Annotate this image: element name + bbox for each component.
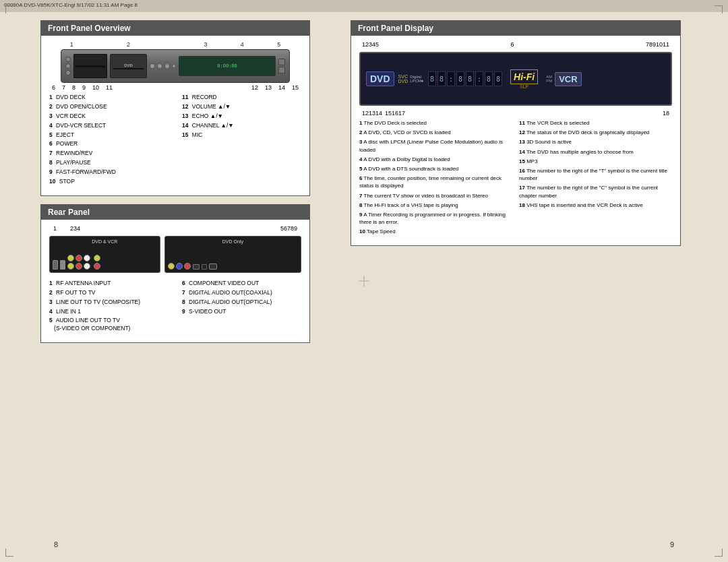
d-num-12: 12 (362, 110, 369, 117)
d-num-spacer (379, 41, 510, 48)
rear-num-spacer (80, 225, 280, 232)
callout-3: 3 (204, 41, 207, 48)
vcr-label: VCR (555, 72, 581, 86)
list-item-5: 5 EJECT (49, 131, 169, 139)
list-item-2: 2 DVD OPEN/CLOSE (49, 103, 169, 111)
desc-8: 8 The Hi-Fi track of a VHS tape is playi… (359, 201, 512, 209)
callout-7: 7 (62, 84, 65, 91)
corner-mark-bl (5, 549, 13, 557)
lpcm-text: LPCM♦ (410, 79, 423, 83)
port-video-out (67, 255, 74, 261)
corner-mark-br (715, 549, 723, 557)
list-item-15: 15 MIC (182, 131, 301, 139)
list-item-8: 8 PLAY/PAUSE (49, 159, 169, 167)
desc-12: 12 The status of the DVD deck is graphic… (519, 129, 672, 136)
rear-panel-title: Rear Panel (41, 205, 309, 220)
rear-callout-top: 1 2 3 4 5 6 7 8 9 (47, 225, 304, 232)
callout-1: 1 (70, 41, 73, 48)
port-comp-pr (184, 263, 191, 270)
list-item-12: 12 VOLUME ▲/▼ (182, 103, 301, 111)
left-column: Front Panel Overview 1 2 3 4 5 (40, 20, 310, 351)
callout-bottom-row: 6 7 8 9 10 11 12 13 14 15 (47, 84, 304, 91)
digit-2: 8 (437, 71, 446, 86)
component-group (168, 263, 191, 270)
d-num-10: 10 (656, 41, 663, 48)
rear-panel-section: Rear Panel 1 2 3 4 5 6 7 8 9 (40, 204, 310, 343)
items-col1: 1 DVD DECK 2 DVD OPEN/CLOSE 3 VCR DECK 4… (49, 94, 169, 187)
list-item-7: 7 REWIND/REV (49, 150, 169, 158)
port-line-in-r (75, 263, 82, 270)
d-num-13: 13 (369, 110, 375, 117)
desc-9: 9 A Timer Recording is programmed or in … (359, 211, 512, 226)
port-svideo (209, 263, 217, 270)
desc-10: 10 Tape Speed (359, 228, 512, 235)
dvd-label: DVD (366, 71, 397, 86)
crosshair-v (364, 276, 365, 286)
desc-18: 18 VHS tape is inserted and the VCR Deck… (519, 201, 672, 209)
digit-4: 8 (456, 71, 464, 86)
rear-item-4: 4 LINE IN 1 (49, 308, 169, 316)
svc-area: SVC DVD (398, 74, 408, 84)
rear-item-7: 7 DIGITAL AUDIO OUT(COAXIAL) (182, 289, 301, 297)
desc-col1: 1 The DVD Deck is selected 2 A DVD, CD, … (359, 119, 512, 237)
front-panel-display-title: Front Panel Display (351, 21, 680, 36)
vcr-slot (73, 54, 107, 78)
vcr-connectors (65, 57, 71, 75)
front-panel-overview-section: Front Panel Overview 1 2 3 4 5 (40, 20, 310, 196)
items-col2: 11 RECORD 12 VOLUME ▲/▼ 13 ECHO ▲/▼ 14 C… (182, 94, 301, 187)
rear-col2: 6 COMPONENT VIDEO OUT 7 DIGITAL AUDIO OU… (182, 280, 301, 334)
d-num-18: 18 (663, 110, 669, 117)
digit-5: 8 (466, 71, 474, 86)
callout-bottom-left: 6 7 8 9 10 11 (52, 84, 113, 91)
front-panel-overview-title: Front Panel Overview (41, 21, 309, 36)
device-illustration: DVD 0:00:00 (47, 49, 304, 83)
port-rf-in (53, 260, 58, 270)
display-panel: DVD SVC DVD Digital LPCM♦ 8 8 (359, 52, 672, 106)
callout-bottom-right: 12 13 14 15 (251, 84, 299, 91)
d-num-11: 11 (663, 41, 669, 48)
pm-indicator: PM (546, 79, 552, 83)
d-num-16: 16 (392, 110, 398, 117)
svc-text: SVC (398, 74, 408, 79)
callout-5: 5 (277, 41, 280, 48)
indicators-area: AM PM (546, 75, 552, 83)
page-number-left: 8 (54, 540, 58, 549)
callout-8: 8 (72, 84, 75, 91)
front-panel-overview-content: 1 2 3 4 5 (41, 36, 309, 195)
corner-mark-tr (715, 5, 723, 13)
rear-diagram: DVD & VCR (49, 236, 301, 273)
list-item-14: 14 CHANNEL ▲/▼ (182, 122, 301, 130)
header-bar: 00090A DVD-V85K/XTC-Engl 9/17/02 11:31 A… (0, 0, 728, 12)
front-panel-items: 1 DVD DECK 2 DVD OPEN/CLOSE 3 VCR DECK 4… (47, 91, 304, 190)
desc-columns: 1 The DVD Deck is selected 2 A DVD, CD, … (357, 117, 675, 240)
port-comp-y (168, 263, 175, 270)
dvd-vcr-label: DVD & VCR (53, 239, 157, 244)
digit-7: 8 (485, 71, 493, 86)
desc-14: 14 The DVD has multiple angles to choose… (519, 148, 672, 156)
desc-17: 17 The number to the right of the "C" sy… (519, 184, 672, 199)
d-num-14: 14 (375, 110, 382, 117)
display-callout-bottom: 12 13 14 15 16 17 18 (357, 110, 675, 117)
desc-col2: 11 The VCR Deck is selected 12 The statu… (519, 119, 672, 237)
list-item-4: 4 DVD-VCR SELECT (49, 122, 169, 130)
dvd-vcr-ports (53, 246, 157, 270)
page-number-right: 9 (670, 540, 674, 549)
callout-12: 12 (251, 84, 258, 91)
dvd-only-label: DVD Only (168, 239, 298, 244)
port-digital-optical (202, 264, 207, 270)
dvd-vcr-unit: DVD & VCR (49, 236, 160, 273)
digital-area: Digital LPCM♦ (410, 75, 423, 83)
port-audio-r (75, 255, 82, 261)
desc-4: 4 A DVD with a Dolby Digital is loaded (359, 156, 512, 163)
desc-7: 7 The current TV show or video is broadc… (359, 192, 512, 199)
rear-item-8: 8 DIGITAL AUDIO OUT(OPTICAL) (182, 299, 301, 307)
page-numbers: 8 9 (0, 540, 728, 549)
desc-11: 11 The VCR Deck is selected (519, 119, 672, 127)
port-comp-pb (176, 263, 183, 270)
callout-top-row: 1 2 3 4 5 (47, 41, 304, 48)
port-line-in-l (84, 263, 90, 270)
rca-group (67, 255, 90, 270)
list-item-6: 6 POWER (49, 140, 169, 148)
d-num-spacer3 (405, 110, 663, 117)
left-rca-group (94, 255, 100, 270)
